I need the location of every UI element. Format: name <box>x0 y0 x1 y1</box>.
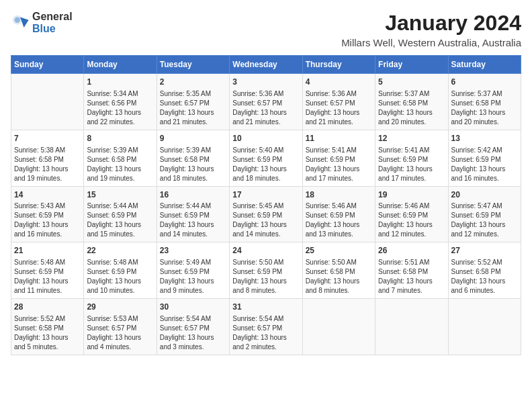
calendar-cell: 25Sunrise: 5:50 AM Sunset: 6:58 PM Dayli… <box>302 242 375 299</box>
calendar-cell <box>11 74 84 130</box>
svg-point-1 <box>15 17 20 22</box>
day-number: 2 <box>160 77 226 88</box>
day-number: 13 <box>451 133 518 144</box>
day-number: 14 <box>14 189 81 201</box>
day-info: Sunrise: 5:44 AM Sunset: 6:59 PM Dayligh… <box>87 201 153 239</box>
day-info: Sunrise: 5:54 AM Sunset: 6:57 PM Dayligh… <box>232 314 299 352</box>
calendar-cell: 13Sunrise: 5:42 AM Sunset: 6:59 PM Dayli… <box>448 130 521 186</box>
day-number: 19 <box>378 189 445 201</box>
day-info: Sunrise: 5:40 AM Sunset: 6:59 PM Dayligh… <box>232 146 299 183</box>
day-number: 3 <box>232 77 299 88</box>
day-info: Sunrise: 5:37 AM Sunset: 6:58 PM Dayligh… <box>378 89 445 127</box>
day-info: Sunrise: 5:50 AM Sunset: 6:58 PM Dayligh… <box>306 258 372 295</box>
calendar-cell: 22Sunrise: 5:48 AM Sunset: 6:59 PM Dayli… <box>84 242 157 299</box>
logo-text: General Blue <box>32 11 73 34</box>
day-info: Sunrise: 5:52 AM Sunset: 6:58 PM Dayligh… <box>451 258 518 295</box>
calendar-cell: 6Sunrise: 5:37 AM Sunset: 6:58 PM Daylig… <box>448 74 521 130</box>
day-info: Sunrise: 5:54 AM Sunset: 6:57 PM Dayligh… <box>160 314 226 352</box>
calendar-cell: 31Sunrise: 5:54 AM Sunset: 6:57 PM Dayli… <box>230 299 302 355</box>
calendar-cell: 3Sunrise: 5:36 AM Sunset: 6:57 PM Daylig… <box>230 74 302 130</box>
calendar-cell: 24Sunrise: 5:50 AM Sunset: 6:59 PM Dayli… <box>230 242 302 299</box>
day-number: 22 <box>87 245 153 257</box>
calendar-cell: 14Sunrise: 5:43 AM Sunset: 6:59 PM Dayli… <box>11 186 84 242</box>
day-header-thursday: Thursday <box>302 56 375 74</box>
main-title: January 2024 <box>341 11 521 36</box>
day-header-wednesday: Wednesday <box>230 56 302 74</box>
calendar-cell: 5Sunrise: 5:37 AM Sunset: 6:58 PM Daylig… <box>375 74 448 130</box>
calendar-cell: 11Sunrise: 5:41 AM Sunset: 6:59 PM Dayli… <box>302 130 375 186</box>
day-info: Sunrise: 5:48 AM Sunset: 6:59 PM Dayligh… <box>87 258 153 295</box>
calendar-cell <box>448 299 521 355</box>
day-number: 18 <box>306 189 372 201</box>
calendar-cell: 23Sunrise: 5:49 AM Sunset: 6:59 PM Dayli… <box>157 242 229 299</box>
day-header-monday: Monday <box>84 56 157 74</box>
calendar-cell: 16Sunrise: 5:44 AM Sunset: 6:59 PM Dayli… <box>157 186 229 242</box>
logo-general-text: General <box>32 11 73 23</box>
calendar-cell: 7Sunrise: 5:38 AM Sunset: 6:58 PM Daylig… <box>11 130 84 186</box>
day-number: 16 <box>160 189 226 201</box>
logo: General Blue <box>11 11 73 34</box>
calendar-cell: 1Sunrise: 5:34 AM Sunset: 6:56 PM Daylig… <box>84 74 157 130</box>
day-info: Sunrise: 5:45 AM Sunset: 6:59 PM Dayligh… <box>232 201 299 239</box>
day-number: 12 <box>378 133 445 144</box>
calendar-header: SundayMondayTuesdayWednesdayThursdayFrid… <box>11 56 521 74</box>
day-info: Sunrise: 5:36 AM Sunset: 6:57 PM Dayligh… <box>232 89 299 127</box>
calendar-cell: 15Sunrise: 5:44 AM Sunset: 6:59 PM Dayli… <box>84 186 157 242</box>
calendar-week-row: 7Sunrise: 5:38 AM Sunset: 6:58 PM Daylig… <box>11 130 521 186</box>
calendar-cell: 27Sunrise: 5:52 AM Sunset: 6:58 PM Dayli… <box>448 242 521 299</box>
day-info: Sunrise: 5:51 AM Sunset: 6:58 PM Dayligh… <box>378 258 445 295</box>
day-info: Sunrise: 5:36 AM Sunset: 6:57 PM Dayligh… <box>306 89 372 127</box>
day-info: Sunrise: 5:46 AM Sunset: 6:59 PM Dayligh… <box>306 201 372 239</box>
day-number: 15 <box>87 189 153 201</box>
day-info: Sunrise: 5:47 AM Sunset: 6:59 PM Dayligh… <box>451 201 518 239</box>
calendar-body: 1Sunrise: 5:34 AM Sunset: 6:56 PM Daylig… <box>11 74 521 355</box>
day-number: 27 <box>451 245 518 257</box>
calendar-cell: 12Sunrise: 5:41 AM Sunset: 6:59 PM Dayli… <box>375 130 448 186</box>
day-info: Sunrise: 5:38 AM Sunset: 6:58 PM Dayligh… <box>14 146 81 183</box>
day-info: Sunrise: 5:43 AM Sunset: 6:59 PM Dayligh… <box>14 201 81 239</box>
day-number: 23 <box>160 245 226 257</box>
day-header-row: SundayMondayTuesdayWednesdayThursdayFrid… <box>11 56 521 74</box>
calendar-cell: 2Sunrise: 5:35 AM Sunset: 6:57 PM Daylig… <box>157 74 229 130</box>
day-info: Sunrise: 5:39 AM Sunset: 6:58 PM Dayligh… <box>87 146 153 183</box>
day-info: Sunrise: 5:46 AM Sunset: 6:59 PM Dayligh… <box>378 201 445 239</box>
day-number: 8 <box>87 133 153 144</box>
day-info: Sunrise: 5:34 AM Sunset: 6:56 PM Dayligh… <box>87 89 153 127</box>
calendar-cell: 18Sunrise: 5:46 AM Sunset: 6:59 PM Dayli… <box>302 186 375 242</box>
day-number: 24 <box>232 245 299 257</box>
day-info: Sunrise: 5:52 AM Sunset: 6:58 PM Dayligh… <box>14 314 81 352</box>
calendar-cell: 10Sunrise: 5:40 AM Sunset: 6:59 PM Dayli… <box>230 130 302 186</box>
calendar-week-row: 28Sunrise: 5:52 AM Sunset: 6:58 PM Dayli… <box>11 299 521 355</box>
header: General Blue January 2024 Millars Well, … <box>11 11 521 48</box>
day-number: 5 <box>378 77 445 88</box>
calendar-cell: 4Sunrise: 5:36 AM Sunset: 6:57 PM Daylig… <box>302 74 375 130</box>
calendar-cell: 17Sunrise: 5:45 AM Sunset: 6:59 PM Dayli… <box>230 186 302 242</box>
calendar-cell: 19Sunrise: 5:46 AM Sunset: 6:59 PM Dayli… <box>375 186 448 242</box>
day-info: Sunrise: 5:41 AM Sunset: 6:59 PM Dayligh… <box>378 146 445 183</box>
logo-blue-text: Blue <box>32 23 73 35</box>
day-number: 10 <box>232 133 299 144</box>
day-number: 31 <box>232 302 299 313</box>
calendar-cell: 21Sunrise: 5:48 AM Sunset: 6:59 PM Dayli… <box>11 242 84 299</box>
calendar-cell <box>375 299 448 355</box>
day-info: Sunrise: 5:50 AM Sunset: 6:59 PM Dayligh… <box>232 258 299 295</box>
calendar-cell: 8Sunrise: 5:39 AM Sunset: 6:58 PM Daylig… <box>84 130 157 186</box>
calendar-week-row: 1Sunrise: 5:34 AM Sunset: 6:56 PM Daylig… <box>11 74 521 130</box>
calendar-week-row: 14Sunrise: 5:43 AM Sunset: 6:59 PM Dayli… <box>11 186 521 242</box>
day-number: 25 <box>306 245 372 257</box>
day-info: Sunrise: 5:44 AM Sunset: 6:59 PM Dayligh… <box>160 201 226 239</box>
day-number: 11 <box>306 133 372 144</box>
calendar-cell: 26Sunrise: 5:51 AM Sunset: 6:58 PM Dayli… <box>375 242 448 299</box>
day-info: Sunrise: 5:39 AM Sunset: 6:58 PM Dayligh… <box>160 146 226 183</box>
calendar-cell: 9Sunrise: 5:39 AM Sunset: 6:58 PM Daylig… <box>157 130 229 186</box>
day-number: 7 <box>14 133 81 144</box>
title-area: January 2024 Millars Well, Western Austr… <box>341 11 521 48</box>
day-header-sunday: Sunday <box>11 56 84 74</box>
day-info: Sunrise: 5:41 AM Sunset: 6:59 PM Dayligh… <box>306 146 372 183</box>
day-info: Sunrise: 5:53 AM Sunset: 6:57 PM Dayligh… <box>87 314 153 352</box>
calendar-table: SundayMondayTuesdayWednesdayThursdayFrid… <box>11 55 521 355</box>
day-number: 17 <box>232 189 299 201</box>
day-info: Sunrise: 5:42 AM Sunset: 6:59 PM Dayligh… <box>451 146 518 183</box>
day-info: Sunrise: 5:35 AM Sunset: 6:57 PM Dayligh… <box>160 89 226 127</box>
day-info: Sunrise: 5:48 AM Sunset: 6:59 PM Dayligh… <box>14 258 81 295</box>
